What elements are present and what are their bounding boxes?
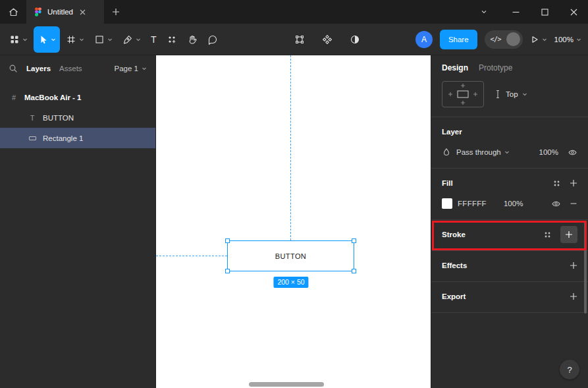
contextual-tools	[288, 24, 366, 55]
add-fill-button[interactable]	[570, 179, 577, 187]
inspector-scrollbar[interactable]	[584, 221, 587, 314]
layers-list: # MacBook Air - 1 T BUTTON Rectangle 1	[0, 82, 155, 148]
shape-tool-button[interactable]	[90, 26, 117, 53]
fill-section-title: Fill	[442, 179, 453, 187]
layer-row-rectangle[interactable]: Rectangle 1	[0, 128, 155, 148]
plus-icon	[570, 292, 577, 300]
export-section: Export	[431, 281, 588, 313]
window-close-button[interactable]	[559, 0, 588, 24]
blend-mode-icon	[442, 148, 451, 157]
layer-name: MacBook Air - 1	[24, 94, 81, 101]
file-tab[interactable]: Untitled	[26, 0, 104, 24]
create-component-button[interactable]	[316, 26, 338, 53]
chevron-down-icon	[22, 37, 28, 42]
toolbar-right: A Share </> 100%	[415, 30, 581, 49]
frame-tool-button[interactable]	[62, 26, 88, 53]
question-mark-icon: ?	[567, 365, 572, 375]
dimension-badge: 200 × 50	[273, 277, 308, 288]
vertical-align-dropdown[interactable]: Top	[494, 90, 527, 99]
plus-icon	[570, 179, 577, 187]
move-tool-button[interactable]	[34, 26, 60, 53]
main-menu-icon	[9, 34, 20, 45]
resize-handle-bottom-right[interactable]	[352, 269, 356, 273]
rectangle-tool-icon	[94, 34, 105, 45]
chevron-down-icon	[51, 37, 56, 42]
text-cursor-icon	[494, 90, 502, 99]
tab-layers[interactable]: Layers	[26, 65, 51, 72]
selected-rectangle[interactable]: BUTTON	[227, 240, 354, 271]
tab-overflow-button[interactable]	[471, 0, 497, 24]
fill-color-swatch[interactable]	[442, 198, 452, 209]
search-icon[interactable]	[9, 64, 18, 73]
layer-row-frame[interactable]: # MacBook Air - 1	[0, 87, 155, 107]
layer-row-text[interactable]: T BUTTON	[0, 107, 155, 128]
stroke-section-title: Stroke	[442, 231, 466, 238]
minimize-icon	[512, 9, 520, 16]
layer-section: Layer Pass through 100%	[431, 117, 588, 168]
window-minimize-button[interactable]	[501, 0, 530, 24]
fill-hex-input[interactable]: FFFFFF	[458, 200, 487, 208]
stroke-section: Stroke	[431, 219, 588, 250]
share-button[interactable]: Share	[440, 30, 477, 49]
constraints-icon	[442, 82, 483, 107]
dev-mode-toggle[interactable]: </>	[485, 30, 523, 49]
text-tool-button[interactable]: T	[147, 26, 161, 53]
blend-mode-dropdown[interactable]: Pass through	[456, 148, 501, 156]
window-maximize-button[interactable]	[530, 0, 559, 24]
remove-fill-icon[interactable]	[570, 200, 577, 208]
canvas[interactable]: BUTTON 200 × 50	[156, 55, 431, 388]
inspector-panel: Design Prototype Top Layer Pass through …	[431, 55, 588, 388]
chevron-down-icon	[142, 66, 147, 71]
layers-panel-header: Layers Assets Page 1	[0, 55, 155, 82]
tab-close-icon[interactable]	[78, 8, 87, 16]
avatar[interactable]: A	[415, 31, 433, 48]
fill-opacity-input[interactable]: 100%	[504, 200, 523, 208]
dev-mode-icon: </>	[491, 36, 502, 43]
button-text: BUTTON	[275, 252, 306, 260]
inspector-tabs: Design Prototype	[431, 55, 588, 78]
layer-name: BUTTON	[43, 114, 74, 122]
chevron-down-icon	[79, 37, 84, 42]
chevron-down-icon	[542, 37, 547, 42]
resize-handle-bottom-left[interactable]	[225, 269, 230, 273]
resources-icon	[167, 34, 177, 45]
new-tab-button[interactable]	[104, 0, 128, 24]
frame-layer-icon: #	[9, 94, 18, 101]
tab-design[interactable]: Design	[442, 63, 468, 72]
home-button[interactable]	[0, 0, 26, 24]
help-button[interactable]: ?	[560, 360, 579, 379]
resize-handle-top-left[interactable]	[225, 238, 230, 243]
main-menu-button[interactable]	[5, 26, 32, 53]
present-button[interactable]	[530, 35, 547, 44]
main-area: Layers Assets Page 1 # MacBook Air - 1 T…	[0, 55, 588, 388]
layer-opacity-input[interactable]: 100%	[539, 148, 558, 156]
mask-button[interactable]	[344, 26, 366, 53]
page-selector[interactable]: Page 1	[115, 65, 147, 72]
resize-handle-top-right[interactable]	[352, 238, 356, 243]
constraints-preview[interactable]	[442, 81, 484, 107]
add-export-button[interactable]	[570, 292, 577, 300]
create-component-icon	[322, 34, 333, 45]
export-section-title: Export	[442, 292, 466, 300]
figma-file-icon	[34, 7, 42, 16]
resources-tool-button[interactable]	[163, 26, 181, 53]
styles-icon[interactable]	[543, 231, 552, 239]
visibility-eye-icon[interactable]	[568, 148, 577, 157]
add-effect-button[interactable]	[570, 262, 577, 269]
tab-prototype[interactable]: Prototype	[479, 63, 512, 72]
tab-assets[interactable]: Assets	[59, 65, 82, 72]
visibility-eye-icon[interactable]	[551, 199, 561, 209]
pen-tool-button[interactable]	[119, 26, 145, 53]
canvas-horizontal-scrollbar[interactable]	[249, 382, 324, 387]
chevron-down-icon	[107, 37, 113, 42]
zoom-control[interactable]: 100%	[554, 36, 581, 43]
page-name: Page 1	[115, 65, 138, 72]
comment-tool-button[interactable]	[203, 26, 222, 53]
titlebar-drag-area	[128, 0, 471, 24]
edit-object-button[interactable]	[288, 26, 311, 53]
styles-icon[interactable]	[552, 179, 561, 188]
add-stroke-button[interactable]	[560, 226, 577, 243]
chevron-down-icon	[522, 92, 527, 97]
hand-tool-button[interactable]	[183, 26, 201, 53]
edit-object-icon	[294, 34, 305, 45]
